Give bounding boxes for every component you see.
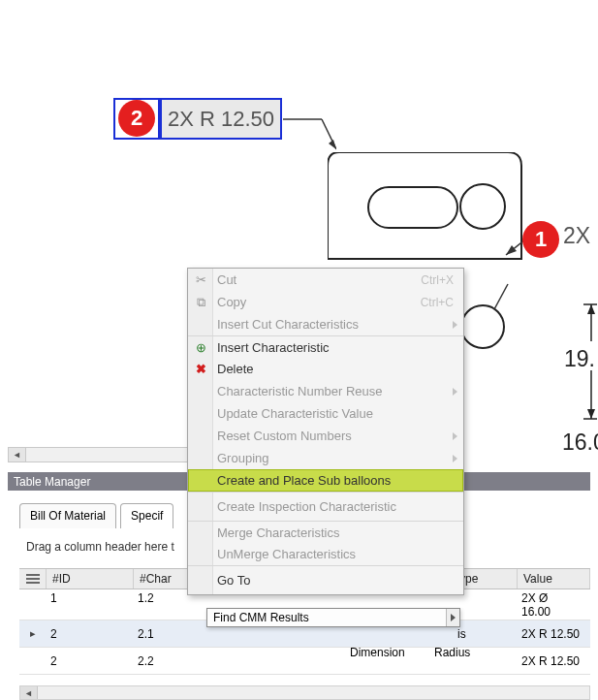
row-indicator-arrow: ▸: [19, 627, 47, 640]
dimension-16: 16.00: [562, 430, 598, 456]
cell-char: 2.1: [134, 627, 454, 641]
menu-item-cut[interactable]: ✂ CutCtrl+X: [188, 269, 463, 291]
label-radius: Radius: [434, 646, 470, 659]
balloon-2-dimension[interactable]: 2X R 12.50: [160, 98, 282, 140]
tab-specification[interactable]: Specif: [120, 503, 173, 528]
menu-item-go-to[interactable]: Go To: [188, 565, 463, 594]
label-dimension: Dimension: [350, 646, 405, 659]
menu-item-characteristic-number-reuse[interactable]: Characteristic Number Reuse: [188, 380, 463, 402]
column-header-id[interactable]: #ID: [47, 569, 134, 589]
svg-marker-15: [587, 409, 595, 419]
insert-icon: ⊕: [192, 338, 209, 356]
data-rows: 1 1.2 2X Ø 16.00 ▸ 2 2.1 is 2X R 12.50 2…: [19, 589, 590, 675]
cell-id: 2: [47, 654, 134, 668]
menu-item-find-cmm-results[interactable]: Find CMM Results: [206, 608, 460, 627]
delete-icon: ✖: [192, 361, 209, 378]
copy-icon: ⧉: [192, 294, 209, 311]
cell-value: 2X R 12.50: [518, 627, 590, 641]
menu-item-insert-characteristic[interactable]: ⊕ Insert Characteristic: [188, 335, 463, 358]
menu-item-reset-custom-numbers[interactable]: Reset Custom Numbers: [188, 425, 463, 447]
cell-type: is: [454, 627, 518, 641]
tab-bill-of-material[interactable]: Bill Of Material: [19, 503, 116, 528]
menu-item-delete[interactable]: ✖ Delete: [188, 358, 463, 380]
cell-id: 2: [47, 627, 134, 641]
balloon-2-circle[interactable]: 2: [118, 100, 155, 137]
panel-title: Table Manager: [14, 475, 90, 489]
menu-item-merge-characteristics[interactable]: Merge Characteristics: [188, 521, 463, 543]
table-horizontal-scrollbar[interactable]: ◄: [19, 685, 590, 700]
svg-marker-8: [506, 245, 517, 255]
svg-marker-12: [587, 304, 595, 314]
cell-id: 1: [47, 591, 134, 605]
dimension-19: 19.: [564, 346, 595, 372]
svg-marker-2: [329, 140, 336, 149]
menu-item-update-characteristic-value[interactable]: Update Characteristic Value: [188, 402, 463, 425]
submenu-arrow-icon: [446, 609, 459, 626]
leader-line: [283, 118, 336, 155]
menu-item-create-inspection-characteristic[interactable]: Create Inspection Characteristic: [188, 492, 463, 521]
svg-rect-4: [368, 187, 457, 228]
menu-item-unmerge-characteristics[interactable]: UnMerge Characteristics: [188, 543, 463, 565]
hamburger-icon: [26, 574, 40, 584]
balloon-1-label: 2X: [563, 223, 590, 249]
svg-point-6: [461, 305, 504, 348]
balloon-1-circle[interactable]: 1: [522, 221, 559, 258]
menu-item-insert-cut-characteristics[interactable]: Insert Cut Characteristics: [188, 313, 463, 335]
scroll-left-button[interactable]: ◄: [9, 448, 26, 461]
cut-icon: ✂: [192, 271, 209, 289]
group-by-hint: Drag a column header here t: [26, 540, 174, 554]
svg-line-9: [494, 284, 508, 309]
column-header-value[interactable]: Value: [518, 569, 590, 589]
context-menu: ✂ CutCtrl+X ⧉ CopyCtrl+C Insert Cut Char…: [187, 268, 464, 595]
row-selector-header[interactable]: [19, 569, 47, 589]
cell-value: 2X R 12.50: [518, 654, 590, 668]
menu-item-create-place-sub-balloons[interactable]: Create and Place Sub balloons: [188, 469, 463, 492]
svg-point-5: [460, 184, 505, 229]
tabs-row: Bill Of Material Specif: [19, 503, 173, 528]
canvas-horizontal-scrollbar[interactable]: ◄: [8, 447, 192, 462]
menu-item-copy[interactable]: ⧉ CopyCtrl+C: [188, 291, 463, 313]
menu-item-grouping[interactable]: Grouping: [188, 447, 463, 469]
cell-value: 2X Ø 16.00: [518, 591, 590, 619]
cell-char: 2.2: [134, 654, 454, 668]
table-row[interactable]: 2 2.2 2X R 12.50: [19, 648, 590, 675]
scroll-left-button[interactable]: ◄: [20, 686, 38, 699]
